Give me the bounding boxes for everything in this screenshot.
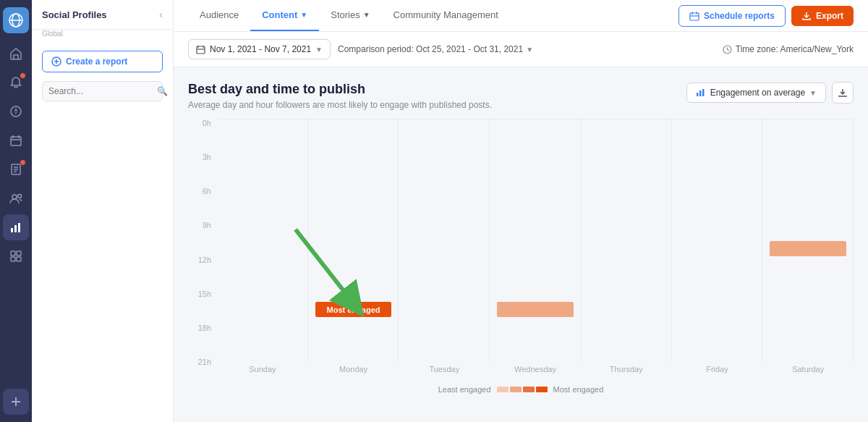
export-button[interactable]: Export xyxy=(791,6,854,26)
alerts-nav-icon[interactable] xyxy=(3,69,29,96)
timezone-text: Time zone: America/New_York xyxy=(736,44,854,54)
y-label-3h: 3h xyxy=(188,153,217,161)
legend-seg-2 xyxy=(510,387,522,392)
calendar-nav-icon[interactable] xyxy=(3,127,29,153)
comparison-chevron-icon: ▼ xyxy=(526,46,533,54)
engagement-chart-icon xyxy=(696,88,706,98)
search-box[interactable]: 🔍 xyxy=(42,81,163,101)
filter-bar: Nov 1, 2021 - Nov 7, 2021 ▼ Comparison p… xyxy=(174,32,868,67)
top-actions: Schedule reports Export xyxy=(678,5,854,27)
reports-nav-icon[interactable] xyxy=(3,156,29,182)
x-label-wednesday: Wednesday xyxy=(490,365,581,381)
search-icon: 🔍 xyxy=(157,86,168,96)
schedule-reports-label: Schedule reports xyxy=(704,11,775,21)
download-button[interactable] xyxy=(832,82,854,104)
left-nav xyxy=(0,0,32,422)
x-label-thursday: Thursday xyxy=(581,365,672,381)
tab-community[interactable]: Community Management xyxy=(382,0,510,31)
calendar-icon xyxy=(196,45,205,54)
svg-point-15 xyxy=(18,195,22,198)
heatmap-wrapper: 0h 3h 6h 9h 12h 15h 18h 21h xyxy=(188,119,854,394)
x-label-tuesday: Tuesday xyxy=(399,365,490,381)
y-label-0h: 0h xyxy=(188,119,217,127)
y-label-9h: 9h xyxy=(188,221,217,229)
y-label-21h: 21h xyxy=(188,358,217,366)
compass-nav-icon[interactable] xyxy=(3,98,29,125)
download-icon xyxy=(838,88,848,98)
add-nav-icon[interactable] xyxy=(3,389,29,415)
most-engaged-bar: Most engaged xyxy=(315,302,392,317)
y-label-18h: 18h xyxy=(188,324,217,332)
grid-area: Most engaged Sunday Monday Tuesday Wedne… xyxy=(217,119,854,381)
date-range-chevron-icon: ▼ xyxy=(315,46,323,54)
create-report-icon xyxy=(51,56,61,67)
svg-rect-22 xyxy=(17,257,21,261)
tab-content-chevron-icon: ▼ xyxy=(300,11,307,19)
export-icon xyxy=(801,11,812,21)
export-label: Export xyxy=(816,11,843,21)
chart-nav-icon[interactable] xyxy=(3,214,29,240)
heatmap-inner: 0h 3h 6h 9h 12h 15h 18h 21h xyxy=(188,119,854,381)
svg-rect-18 xyxy=(18,223,20,232)
y-label-12h: 12h xyxy=(188,256,217,264)
engagement-select-button[interactable]: Engagement on average ▼ xyxy=(686,83,826,103)
svg-rect-21 xyxy=(11,257,15,261)
x-axis: Sunday Monday Tuesday Wednesday Thursday… xyxy=(217,365,854,381)
svg-rect-17 xyxy=(14,225,17,232)
svg-line-38 xyxy=(727,49,729,51)
tabs: Audience Content ▼ Stories ▼ Community M… xyxy=(188,0,510,31)
svg-rect-41 xyxy=(702,89,705,96)
timezone: Time zone: America/New_York xyxy=(723,44,854,54)
y-label-15h: 15h xyxy=(188,290,217,298)
svg-rect-40 xyxy=(699,90,702,96)
global-label: Global xyxy=(32,30,173,42)
chart-title-group: Best day and time to publish Average day… xyxy=(188,82,492,110)
date-range-button[interactable]: Nov 1, 2021 - Nov 7, 2021 ▼ xyxy=(188,39,331,59)
sidebar: Social Profiles ‹ Global Create a report… xyxy=(32,0,174,422)
x-label-sunday: Sunday xyxy=(217,365,308,381)
most-engaged-label: Most engaged xyxy=(553,385,604,394)
tab-content[interactable]: Content ▼ xyxy=(250,0,319,31)
legend: Least engaged Most engaged xyxy=(188,385,854,394)
svg-rect-6 xyxy=(11,137,21,145)
svg-marker-4 xyxy=(14,108,17,111)
heatmap-bars: Most engaged xyxy=(217,119,854,362)
logo-icon[interactable] xyxy=(3,7,29,33)
schedule-icon xyxy=(689,11,699,21)
svg-rect-39 xyxy=(697,93,699,96)
chart-subtitle: Average day and hour followers are most … xyxy=(188,100,492,110)
tab-audience[interactable]: Audience xyxy=(188,0,250,31)
top-bar: Audience Content ▼ Stories ▼ Community M… xyxy=(174,0,868,32)
least-engaged-label: Least engaged xyxy=(438,385,491,394)
x-label-saturday: Saturday xyxy=(762,365,854,381)
create-report-button[interactable]: Create a report xyxy=(42,51,163,72)
tab-stories-label: Stories xyxy=(331,9,359,20)
users-nav-icon[interactable] xyxy=(3,185,29,211)
home-nav-icon[interactable] xyxy=(3,41,29,67)
comparison-period: Comparison period: Oct 25, 2021 - Oct 31… xyxy=(338,44,533,54)
sidebar-header: Social Profiles ‹ xyxy=(32,0,173,30)
tab-content-label: Content xyxy=(262,9,297,20)
tab-stories[interactable]: Stories ▼ xyxy=(319,0,381,31)
create-report-label: Create a report xyxy=(66,56,127,67)
legend-seg-3 xyxy=(523,387,535,392)
tab-audience-label: Audience xyxy=(200,9,239,20)
engagement-select-label: Engagement on average xyxy=(710,88,805,98)
x-label-friday: Friday xyxy=(672,365,763,381)
legend-seg-4 xyxy=(536,387,548,392)
sidebar-title: Social Profiles xyxy=(42,9,107,20)
sidebar-close-icon[interactable]: ‹ xyxy=(159,9,163,20)
y-axis: 0h 3h 6h 9h 12h 15h 18h 21h xyxy=(188,119,217,381)
legend-bar xyxy=(497,387,548,392)
chart-controls: Engagement on average ▼ xyxy=(686,82,854,104)
chart-container: Best day and time to publish Average day… xyxy=(174,67,868,422)
grid-nav-icon[interactable] xyxy=(3,243,29,269)
tab-stories-chevron-icon: ▼ xyxy=(363,11,370,19)
svg-rect-16 xyxy=(11,228,13,232)
svg-rect-19 xyxy=(11,251,15,256)
heatmap-grid: Most engaged xyxy=(217,119,854,362)
date-range-label: Nov 1, 2021 - Nov 7, 2021 xyxy=(210,44,311,54)
tab-community-label: Community Management xyxy=(393,9,498,20)
schedule-reports-button[interactable]: Schedule reports xyxy=(678,5,786,27)
search-input[interactable] xyxy=(48,86,157,96)
